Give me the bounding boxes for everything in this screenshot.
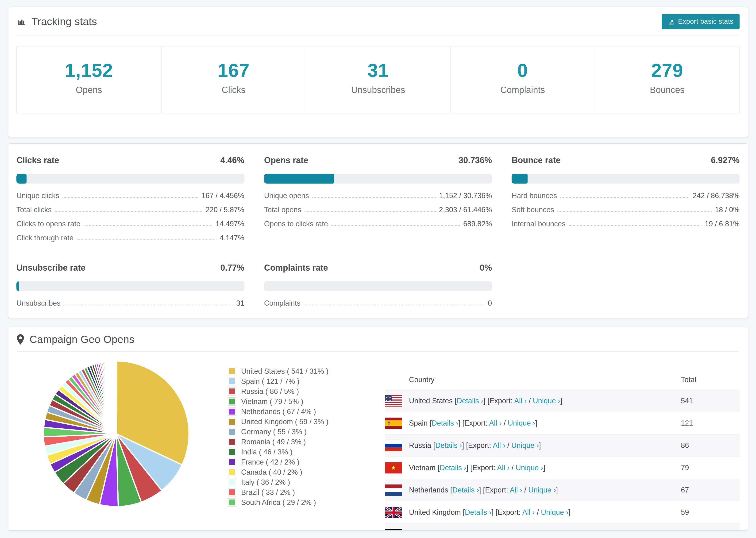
rate-detail-label: Unique opens xyxy=(264,191,309,200)
rate-percentage: 0.77% xyxy=(220,263,244,273)
rates-grid: Clicks rate 4.46% Unique clicks 167 / 4.… xyxy=(17,144,739,313)
rate-detail-label: Opens to clicks rate xyxy=(264,220,328,228)
flag-nl-icon xyxy=(385,484,402,496)
dotted-leader xyxy=(77,240,216,240)
legend-swatch xyxy=(228,458,236,466)
legend-swatch xyxy=(228,498,236,507)
legend-label: Canada ( 40 / 2% ) xyxy=(241,468,302,476)
rate-title: Complaints rate xyxy=(264,263,328,273)
export-prefix: Export: xyxy=(490,397,514,405)
country-name: Netherlands xyxy=(409,486,448,494)
legend-label: India ( 46 / 3% ) xyxy=(241,448,293,456)
rate-block: Unsubscribe rate 0.77% Unsubscribes 31 xyxy=(17,263,244,313)
flag-de-icon xyxy=(385,529,402,530)
details-link[interactable]: Details › xyxy=(457,397,483,405)
export-prefix: Export: xyxy=(468,441,493,450)
country-name: United States xyxy=(409,397,453,405)
legend-item: Netherlands ( 67 / 4% ) xyxy=(228,406,364,417)
summary-stat-label: Opens xyxy=(17,85,161,95)
details-link[interactable]: Details › xyxy=(435,441,462,450)
rate-detail-label: Hard bounces xyxy=(512,191,557,200)
legend-label: United Kingdom ( 59 / 3% ) xyxy=(241,418,328,426)
legend-swatch xyxy=(228,488,236,497)
details-link[interactable]: Details › xyxy=(452,486,479,494)
rate-header: Bounce rate 6.927% xyxy=(512,155,739,165)
legend-item: Romania ( 49 / 3% ) xyxy=(228,437,364,447)
campaign-geo-opens-header: Campaign Geo Opens xyxy=(17,327,739,351)
rate-title: Bounce rate xyxy=(512,155,561,165)
legend-label: Germany ( 55 / 3% ) xyxy=(241,428,307,436)
legend-label: Spain ( 121 / 7% ) xyxy=(241,377,299,386)
export-unique-link[interactable]: Unique › xyxy=(528,486,556,494)
country-total: 79 xyxy=(681,463,739,472)
dotted-leader xyxy=(312,197,436,198)
dotted-leader xyxy=(304,305,485,305)
summary-stat-value: 1,152 xyxy=(17,61,161,80)
rate-detail-row: Unique clicks 167 / 4.456% xyxy=(17,191,244,200)
table-row: Russia [Details ›] [Export: All › / Uniq… xyxy=(385,434,739,457)
tracking-stats-card: Tracking stats Export basic stats 1,152 … xyxy=(8,7,748,137)
flag-vn-icon xyxy=(385,462,402,473)
rate-detail-row: Complaints 0 xyxy=(264,299,492,307)
export-button-label: Export basic stats xyxy=(678,18,733,26)
legend-item: United States ( 541 / 31% ) xyxy=(228,366,364,376)
country-name: Vietnam xyxy=(409,463,436,472)
legend-label: Netherlands ( 67 / 4% ) xyxy=(241,407,316,416)
flag-us-icon xyxy=(385,395,402,406)
export-all-link[interactable]: All › xyxy=(493,441,505,450)
legend-swatch xyxy=(228,387,236,396)
export-prefix: Export: xyxy=(498,508,522,516)
table-row: Spain [Details ›] [Export: All › / Uniqu… xyxy=(385,412,739,434)
rate-progress-fill xyxy=(17,174,27,184)
export-unique-link[interactable]: Unique › xyxy=(533,397,560,405)
rate-detail-value: 2,303 / 61.446% xyxy=(439,206,492,214)
export-icon xyxy=(668,18,675,25)
export-unique-link[interactable]: Unique › xyxy=(515,463,543,472)
rate-detail-value: 242 / 86.738% xyxy=(693,191,739,200)
country-cell: Netherlands [Details ›] [Export: All › /… xyxy=(409,486,674,494)
legend-item: Germany ( 55 / 3% ) xyxy=(228,427,364,437)
rate-detail-row: Hard bounces 242 / 86.738% xyxy=(512,191,739,200)
country-total: 86 xyxy=(681,441,739,450)
geo-table-header: Country Total xyxy=(385,370,739,390)
export-prefix: Export: xyxy=(485,486,510,494)
country-column-header: Country xyxy=(409,376,681,384)
export-unique-link[interactable]: Unique › xyxy=(541,508,568,516)
export-all-link[interactable]: All › xyxy=(497,463,510,472)
legend-label: Brazil ( 33 / 2% ) xyxy=(241,488,295,497)
export-basic-stats-button[interactable]: Export basic stats xyxy=(662,14,739,29)
country-cell: United States [Details ›] [Export: All ›… xyxy=(409,397,674,405)
export-unique-link[interactable]: Unique › xyxy=(512,441,539,450)
summary-stats-row: 1,152 Opens 167 Clicks 31 Unsubscribes 0… xyxy=(17,46,739,114)
geo-pie-wrapper xyxy=(17,351,211,530)
rate-detail-rows: Unsubscribes 31 xyxy=(17,299,244,307)
legend-item: United Kingdom ( 59 / 3% ) xyxy=(228,417,364,427)
rate-detail-value: 18 / 0% xyxy=(715,206,739,214)
export-prefix: Export: xyxy=(464,419,489,427)
rate-header: Complaints rate 0% xyxy=(264,263,492,273)
map-pin-icon xyxy=(17,334,25,345)
export-all-link[interactable]: All › xyxy=(514,397,527,405)
rate-detail-value: 19 / 6.81% xyxy=(705,220,739,228)
dotted-leader xyxy=(64,305,233,305)
export-unique-link[interactable]: Unique › xyxy=(508,419,535,427)
table-row: United States [Details ›] [Export: All ›… xyxy=(385,390,739,412)
rate-block: Opens rate 30.736% Unique opens 1,152 / … xyxy=(264,155,492,248)
country-total: 59 xyxy=(681,508,739,517)
rate-detail-rows: Unique clicks 167 / 4.456% Total clicks … xyxy=(17,191,244,242)
geo-table-rows: United States [Details ›] [Export: All ›… xyxy=(385,390,739,530)
export-all-link[interactable]: All › xyxy=(522,508,535,516)
rate-block: Bounce rate 6.927% Hard bounces 242 / 86… xyxy=(512,155,739,248)
summary-stat-value: 167 xyxy=(162,61,306,80)
export-all-link[interactable]: All › xyxy=(489,419,502,427)
details-link[interactable]: Details › xyxy=(432,419,459,427)
rate-detail-label: Clicks to opens rate xyxy=(17,220,80,228)
legend-item: South Africa ( 29 / 2% ) xyxy=(228,497,364,508)
country-name: Spain xyxy=(409,419,428,427)
legend-label: France ( 42 / 2% ) xyxy=(241,458,299,466)
details-link[interactable]: Details › xyxy=(440,463,466,472)
export-all-link[interactable]: All › xyxy=(510,486,522,494)
legend-swatch xyxy=(228,438,236,446)
details-link[interactable]: Details › xyxy=(465,508,492,516)
geo-pie-chart[interactable] xyxy=(41,359,191,509)
